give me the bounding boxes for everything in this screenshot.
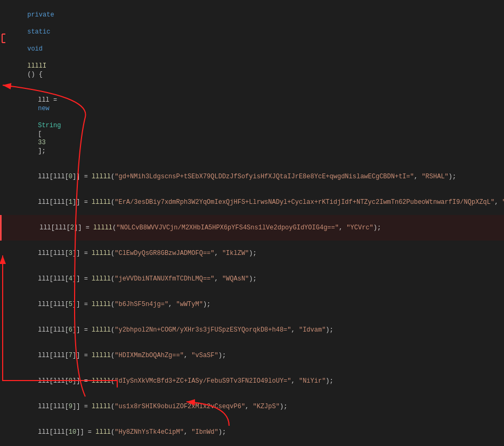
code-line-8: lll[lll[5]] = lllll("b6JhSF5n4jg=", "wWT… bbox=[0, 292, 504, 317]
code-line-6: lll[lll[3]] = lllll("ClEwDyQsGR8GBzwJADM… bbox=[0, 241, 504, 266]
method-lllll: llllI bbox=[27, 62, 46, 70]
code-line-9: lll[lll[6]] = lllll("y2bhpol2Nn+COGM/yXH… bbox=[0, 317, 504, 343]
code-line-2: lll = new String [ 33 ]; bbox=[0, 87, 504, 164]
code-line-4: lll[lll[1]] = lllll("ErA/3esDBiy7xdmRph3… bbox=[0, 189, 504, 215]
code-line-7: lll[lll[4]] = lllll("jeVVDbiNTANUXfmTCDh… bbox=[0, 266, 504, 292]
code-line-12: lll[lll[9]] = lllll("us1x8rSHIK9obuiZOF2… bbox=[0, 394, 504, 419]
keyword-new: new bbox=[38, 105, 50, 112]
code-line-5-highlighted: lll[lll[2]] = lllll("NOLCvB8WVVJVCjn/M2X… bbox=[0, 215, 504, 241]
keyword-static: static bbox=[27, 28, 50, 36]
code-line-3: lll[lll[0]] = lllll("gd+NMih3LdgscnsP+tS… bbox=[0, 164, 504, 189]
code-line-11: lll[lll[8]] = lllll("dIySnXkVMcBfd3+ZC+I… bbox=[0, 368, 504, 394]
keyword-void: void bbox=[27, 45, 43, 53]
class-string: String bbox=[38, 122, 61, 129]
code-line-1: private static void llllI () { bbox=[0, 2, 504, 87]
keyword-private: private bbox=[27, 11, 54, 19]
number-33: 33 bbox=[38, 139, 45, 146]
code-line-13: lll[lll[10]] = llll("Hy8ZNhYsTk4eCipM", … bbox=[0, 419, 504, 445]
code-line-10: lll[lll[7]] = lllll("HDIXMmZbOQAhZg==", … bbox=[0, 343, 504, 368]
code-viewer: private static void llllI () { lll = new… bbox=[0, 0, 504, 446]
